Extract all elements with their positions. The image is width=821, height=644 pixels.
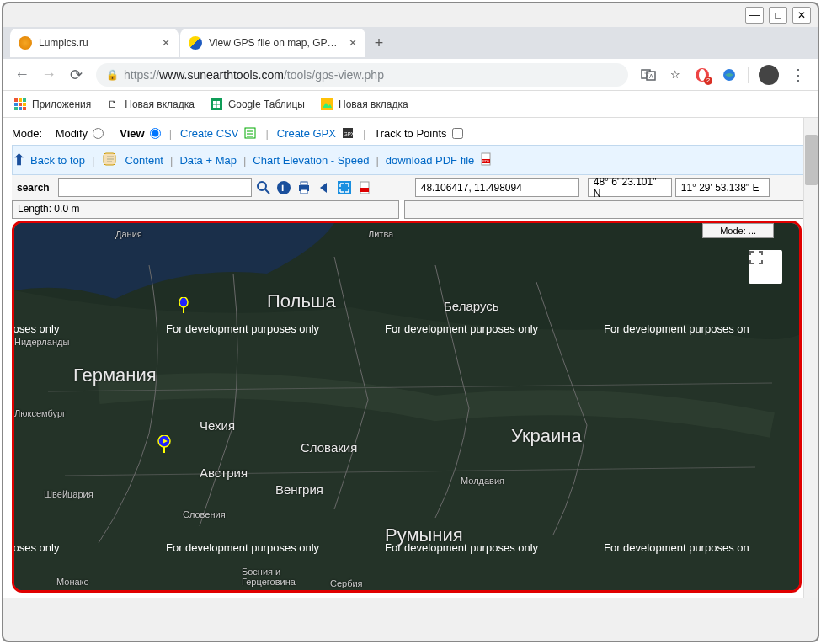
pdf-export-icon[interactable] — [356, 179, 373, 196]
coords-decimal[interactable]: 48.106417, 11.498094 — [415, 178, 579, 197]
coords-dms-lon[interactable]: 11° 29' 53.138" E — [675, 178, 770, 197]
svg-line-30 — [265, 189, 269, 194]
coords-dms-lat[interactable]: 48° 6' 23.101" N — [588, 178, 672, 197]
tab-lumpics[interactable]: Lumpics.ru ✕ — [10, 29, 179, 57]
mode-toolbar: Mode: Modify View | Create CSV | Create … — [12, 121, 809, 145]
extension-opera-icon[interactable] — [694, 67, 711, 83]
svg-rect-10 — [14, 103, 18, 106]
svg-rect-14 — [19, 107, 22, 110]
tab-title: Lumpics.ru — [39, 37, 157, 49]
mode-view-radio[interactable] — [150, 128, 161, 139]
page-icon: 🗋 — [106, 98, 120, 111]
csv-icon — [243, 126, 257, 140]
bookmark-label: Приложения — [32, 98, 91, 110]
bookmark-apps[interactable]: Приложения — [13, 98, 91, 111]
pdf-icon: PDF — [479, 152, 493, 168]
magnify-icon[interactable] — [255, 179, 272, 196]
url-text: https://www.sunearthtools.com/tools/gps-… — [124, 68, 384, 82]
window-minimize[interactable]: — — [745, 7, 764, 24]
favicon-lumpics — [19, 36, 32, 50]
up-arrow-icon: ⬆ — [13, 151, 25, 169]
print-icon[interactable] — [296, 179, 312, 196]
length-display: Length: 0.0 m — [12, 200, 399, 219]
search-label: search — [12, 182, 55, 194]
bookmark-google-sheets[interactable]: Google Таблицы — [210, 98, 305, 111]
fullscreen-icon — [749, 250, 764, 265]
content-link[interactable]: Content — [125, 154, 163, 167]
window-close[interactable]: ✕ — [792, 7, 811, 24]
svg-text:i: i — [281, 182, 284, 194]
back-arrow-icon[interactable] — [316, 179, 333, 196]
bookmark-label: Новая вкладка — [339, 98, 408, 110]
info-icon[interactable]: i — [275, 179, 292, 196]
bookmark-new-tab-2[interactable]: Новая вкладка — [320, 98, 408, 111]
mode-modify-radio[interactable] — [93, 128, 104, 139]
svg-rect-7 — [14, 98, 18, 102]
search-toolbar: search i 48.106417, 11.498094 48° 6' 23.… — [12, 175, 809, 200]
picture-icon — [320, 98, 333, 111]
data-map-link[interactable]: Data + Map — [179, 154, 237, 167]
window-maximize[interactable]: □ — [769, 7, 787, 24]
svg-point-5 — [699, 69, 706, 81]
new-tab-button[interactable]: + — [367, 31, 391, 55]
svg-point-29 — [258, 182, 266, 190]
svg-rect-11 — [19, 103, 22, 106]
map-pin-2[interactable] — [157, 435, 166, 449]
svg-rect-9 — [23, 98, 26, 102]
svg-rect-8 — [19, 98, 22, 102]
track-to-points-label: Track to Points — [374, 127, 446, 140]
map-pin-1[interactable] — [179, 297, 187, 311]
bookmark-label: Новая вкладка — [125, 98, 195, 110]
star-icon[interactable]: ☆ — [667, 67, 684, 83]
nav-back-icon[interactable]: ← — [10, 63, 34, 87]
nav-forward-icon[interactable]: → — [37, 63, 61, 87]
chart-elevation-link[interactable]: Chart Elevation - Speed — [253, 154, 369, 167]
scrollbar-thumb[interactable] — [805, 135, 818, 185]
create-csv-link[interactable]: Create CSV — [180, 127, 238, 140]
svg-text:PDF: PDF — [482, 159, 490, 163]
favicon-gps — [189, 36, 202, 50]
tab-close-icon[interactable]: ✕ — [349, 37, 357, 49]
bookmark-label: Google Таблицы — [228, 98, 305, 110]
download-pdf-link[interactable]: download PDF file — [386, 154, 475, 167]
extension-globe-icon[interactable] — [721, 67, 738, 83]
page-nav-links: ⬆ Back to top | Content | Data + Map | C… — [12, 145, 809, 175]
browser-menu-icon[interactable]: ⋮ — [786, 66, 811, 84]
translate-icon[interactable]: 文A — [640, 67, 657, 83]
create-gpx-link[interactable]: Create GPX — [277, 127, 336, 140]
scroll-icon — [101, 152, 120, 169]
bookmarks-bar: Приложения 🗋 Новая вкладка Google Таблиц… — [3, 91, 818, 118]
svg-rect-15 — [23, 107, 26, 110]
page-scrollbar[interactable] — [803, 118, 818, 598]
mode-label: Mode: — [12, 127, 42, 140]
profile-avatar[interactable] — [759, 65, 779, 85]
expand-icon[interactable] — [336, 179, 353, 196]
apps-icon — [13, 98, 27, 111]
svg-rect-35 — [301, 189, 307, 194]
tab-gps-view[interactable]: View GPS file on map, GPX, KML ✕ — [180, 29, 365, 57]
lock-icon: 🔒 — [106, 69, 119, 81]
svg-rect-36 — [338, 181, 351, 194]
length-spacer — [404, 200, 809, 219]
map-container: Дания Литва Польша Беларусь Германия Нид… — [12, 221, 802, 593]
track-to-points-checkbox[interactable] — [452, 128, 463, 139]
gpx-icon: GPX — [341, 126, 355, 140]
sheets-icon — [210, 98, 223, 111]
tab-close-icon[interactable]: ✕ — [162, 37, 170, 49]
mode-modify-label: Modify — [56, 127, 88, 140]
svg-text:GPX: GPX — [344, 131, 355, 136]
svg-point-40 — [179, 297, 188, 307]
svg-rect-38 — [360, 188, 369, 192]
tab-bar: Lumpics.ru ✕ View GPS file on map, GPX, … — [3, 27, 818, 59]
svg-rect-13 — [14, 107, 18, 110]
search-input[interactable] — [58, 178, 252, 197]
mode-view-label: View — [120, 127, 144, 140]
map-mode-badge: Mode: ... — [702, 223, 774, 238]
url-input[interactable]: 🔒 https://www.sunearthtools.com/tools/gp… — [96, 63, 628, 87]
nav-reload-icon[interactable]: ⟳ — [64, 63, 88, 87]
map-canvas[interactable]: Дания Литва Польша Беларусь Германия Нид… — [14, 223, 799, 590]
back-to-top-link[interactable]: Back to top — [30, 154, 85, 167]
bookmark-new-tab-1[interactable]: 🗋 Новая вкладка — [106, 98, 195, 111]
map-fullscreen-button[interactable] — [749, 250, 782, 284]
page-content: Mode: Modify View | Create CSV | Create … — [3, 118, 818, 598]
